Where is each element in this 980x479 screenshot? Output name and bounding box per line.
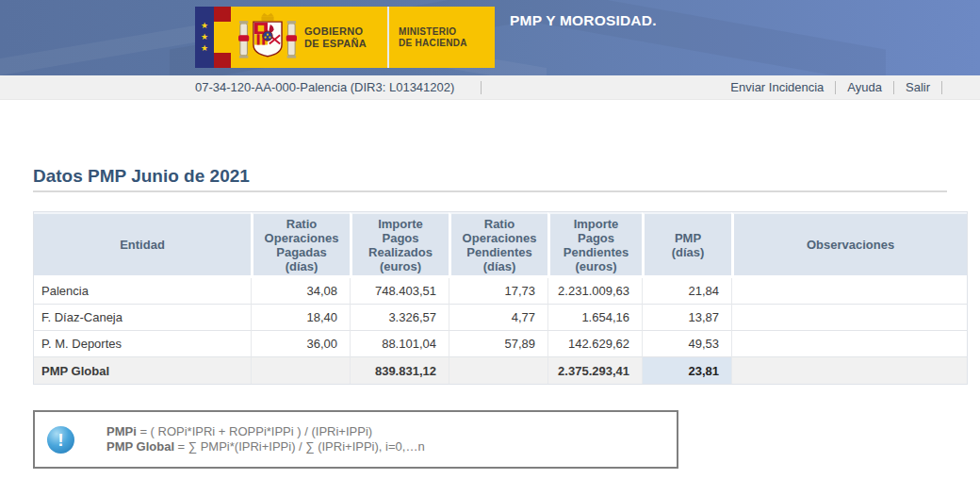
- page-title: Datos PMP Junio de 2021: [33, 166, 980, 187]
- table-header-row: Entidad Ratio Operaciones Pagadas (días)…: [34, 212, 967, 278]
- gobierno-de-espana-label: GOBIERNO DE ESPAÑA: [304, 25, 367, 50]
- column-header-pmp: PMP (días): [642, 212, 731, 278]
- table-row-palencia: Palencia 34,08 748.403,51 17,73 2.231.00…: [34, 278, 967, 305]
- cell-importe-realizados: 748.403,51: [350, 278, 449, 305]
- link-enviar-incidencia[interactable]: Enviar Incidencia: [730, 80, 824, 94]
- cell-entidad: F. Díaz-Caneja: [34, 305, 251, 331]
- main-content: Datos PMP Junio de 2021 Entidad Ratio Op…: [0, 166, 980, 469]
- cell-entidad: P. M. Deportes: [34, 331, 251, 357]
- cell-pmp-global: 23,81: [642, 357, 731, 384]
- formula-line-pmp-global: PMP Global = ∑ PMPi*(IPRi+IPPi) / ∑ (IPR…: [106, 439, 425, 454]
- cell-ratio-pendientes: 4,77: [449, 305, 547, 331]
- cell-importe-realizados: 3.326,57: [350, 305, 449, 331]
- formula-bold-label: PMP Global: [106, 439, 174, 454]
- column-header-entidad: Entidad: [34, 212, 251, 278]
- cell-ratio-pagadas: 34,08: [251, 278, 350, 305]
- eu-star-icon: ★: [201, 22, 208, 30]
- cell-importe-pendientes: 142.629,62: [547, 331, 642, 357]
- column-header-ratio-pagadas: Ratio Operaciones Pagadas (días): [251, 212, 350, 278]
- cell-ratio-pendientes: 57,89: [449, 331, 547, 357]
- eu-flag-icon: ★ ★ ★: [195, 7, 214, 68]
- gobierno-espana-logo: ★ ★ ★: [195, 7, 495, 68]
- spain-flag-icon: [214, 7, 231, 68]
- menubar-separator: [481, 81, 482, 94]
- cell-observaciones: [731, 278, 967, 305]
- logo-main-section: GOBIERNO DE ESPAÑA: [231, 7, 387, 68]
- cell-ratio-pagadas: [251, 357, 350, 384]
- column-header-importe-pendientes: Importe Pagos Pendientes (euros): [547, 212, 642, 278]
- cell-ratio-pendientes: 17,73: [449, 278, 547, 305]
- top-banner: ★ ★ ★: [0, 0, 980, 75]
- cell-ratio-pendientes: [449, 357, 547, 384]
- formula-line-pmpi: PMPi = ( ROPi*IPRi + ROPPi*IPPi ) / (IPR…: [106, 424, 425, 439]
- cell-importe-realizados: 839.831,12: [350, 357, 449, 384]
- table-row-diaz-caneja: F. Díaz-Caneja 18,40 3.326,57 4,77 1.654…: [34, 305, 967, 331]
- cell-importe-realizados: 88.101,04: [350, 331, 449, 357]
- cell-pmp: 21,84: [642, 278, 731, 305]
- column-header-ratio-pendientes: Ratio Operaciones Pendientes (días): [449, 212, 547, 278]
- cell-observaciones: [731, 305, 967, 331]
- menubar-separator: [835, 81, 836, 94]
- formula-rest: = ( ROPi*IPRi + ROPPi*IPPi ) / (IPRi+IPP…: [137, 424, 372, 438]
- cell-importe-pendientes: 2.231.009,63: [547, 278, 642, 305]
- formula-text: PMPi = ( ROPi*IPRi + ROPPi*IPPi ) / (IPR…: [106, 424, 425, 454]
- column-header-observaciones: Observaciones: [731, 212, 967, 278]
- info-exclamation-icon: !: [47, 426, 74, 454]
- menubar: 07-34-120-AA-000-Palencia (DIR3: L013412…: [0, 75, 980, 100]
- breadcrumb: 07-34-120-AA-000-Palencia (DIR3: L013412…: [195, 80, 454, 94]
- cell-importe-pendientes: 2.375.293,41: [547, 357, 642, 384]
- table-row-pmp-global: PMP Global 839.831,12 2.375.293,41 23,81: [34, 357, 967, 384]
- cell-observaciones: [731, 331, 967, 357]
- menubar-separator: [893, 81, 894, 94]
- logo-ministerio-section: MINISTERIO DE HACIENDA: [389, 7, 495, 68]
- cell-entidad: PMP Global: [34, 357, 251, 384]
- cell-ratio-pagadas: 18,40: [251, 305, 350, 331]
- cell-ratio-pagadas: 36,00: [251, 331, 350, 357]
- title-divider: [33, 190, 947, 192]
- ministerio-de-hacienda-label: MINISTERIO DE HACIENDA: [399, 26, 467, 49]
- formula-rest: = ∑ PMPi*(IPRi+IPPi) / ∑ (IPRi+IPPi), i=…: [174, 439, 425, 454]
- eu-star-icon: ★: [201, 44, 208, 53]
- link-ayuda[interactable]: Ayuda: [847, 80, 882, 94]
- menubar-separator: [941, 81, 942, 94]
- cell-observaciones: [731, 357, 967, 384]
- link-salir[interactable]: Salir: [906, 80, 930, 94]
- table-row-pm-deportes: P. M. Deportes 36,00 88.101,04 57,89 142…: [34, 331, 967, 357]
- formula-info-box: ! PMPi = ( ROPi*IPRi + ROPPi*IPPi ) / (I…: [33, 410, 678, 469]
- cell-pmp: 13,87: [642, 305, 731, 331]
- formula-bold-label: PMPi: [106, 424, 137, 438]
- column-header-importe-realizados: Importe Pagos Realizados (euros): [350, 212, 449, 278]
- cell-importe-pendientes: 1.654,16: [547, 305, 642, 331]
- cell-pmp: 49,53: [642, 331, 731, 357]
- app-title: PMP Y MOROSIDAD.: [510, 12, 657, 29]
- eu-star-icon: ★: [201, 33, 208, 41]
- pmp-table: Entidad Ratio Operaciones Pagadas (días)…: [33, 211, 968, 385]
- cell-entidad: Palencia: [34, 278, 251, 305]
- spain-coat-of-arms-icon: [238, 11, 297, 64]
